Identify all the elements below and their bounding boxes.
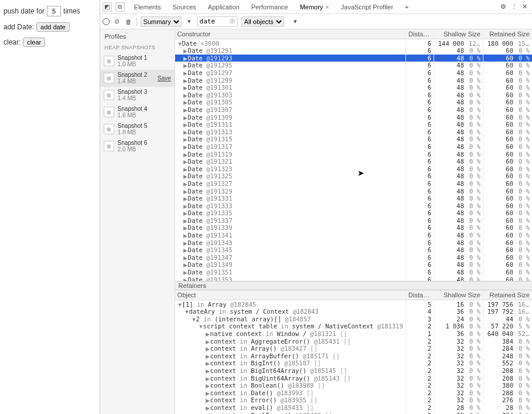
heap-row[interactable]: ▶Date @1913076480 %600 % bbox=[175, 106, 532, 114]
heap-row[interactable]: ▶Date @1912916480 %600 % bbox=[175, 47, 532, 55]
clear-filter-icon[interactable]: ⓧ bbox=[230, 18, 235, 25]
col-object[interactable]: Object bbox=[175, 291, 405, 298]
col-shallow-size[interactable]: Shallow Size bbox=[434, 30, 483, 38]
snapshot-size: 1.0 MB bbox=[118, 61, 148, 67]
heap-row[interactable]: ▶Date @1913196480 %600 % bbox=[175, 150, 532, 158]
heap-row[interactable]: ▶Date @1913116480 %600 % bbox=[175, 121, 532, 128]
clear-all-icon[interactable]: ⊘ bbox=[113, 18, 121, 25]
col-retained-ret[interactable]: Retained Size bbox=[483, 291, 532, 298]
snapshot-item[interactable]: ▦Snapshot 11.0 MB bbox=[100, 53, 175, 70]
retainer-row[interactable]: ▼[1] in Array @1828455160 %197 75616 % bbox=[175, 300, 532, 308]
retainer-row[interactable]: ▶context in Boolean() @183989 []2320 %38… bbox=[175, 382, 532, 389]
toolbar-dropdown-icon[interactable]: ▾ bbox=[291, 18, 299, 25]
devtools-tab-application[interactable]: Application bbox=[202, 0, 245, 14]
heap-row[interactable]: ▶Date @1912936480 %600 % bbox=[175, 55, 532, 62]
col-retained-size[interactable]: Retained Size bbox=[483, 30, 532, 38]
retainer-row[interactable]: ▶context in Date() @183993 []2320 %2880 … bbox=[175, 389, 532, 396]
heap-row[interactable]: ▶Date @1913376480 %600 % bbox=[175, 217, 532, 225]
heap-row[interactable]: ▶Date @1913336480 %600 % bbox=[175, 202, 532, 209]
push-count-input[interactable] bbox=[47, 6, 61, 16]
clear-button[interactable]: clear bbox=[23, 38, 45, 47]
heap-row[interactable]: ▶Date @1913316480 %600 % bbox=[175, 195, 532, 202]
retainer-row[interactable]: ▶context in EvalError() @185429 []2320 %… bbox=[175, 411, 532, 414]
retainers-header[interactable]: Retainers bbox=[175, 281, 532, 290]
heap-row[interactable]: ▶Date @1912956480 %600 % bbox=[175, 62, 532, 69]
devtools-tab-elements[interactable]: Elements bbox=[128, 0, 167, 14]
heap-row[interactable]: ▶Date @1913456480 %600 % bbox=[175, 246, 532, 254]
settings-icon[interactable]: ⚙ bbox=[498, 3, 509, 11]
retainer-row[interactable]: ▶context in Error() @183935 []2320 %2760… bbox=[175, 396, 532, 404]
perspective-select[interactable]: Summary bbox=[141, 16, 182, 27]
devtools-tab-sources[interactable]: Sources bbox=[166, 0, 202, 14]
devtools-tab-performance[interactable]: Performance bbox=[245, 0, 294, 14]
heap-row[interactable]: ▶Date @1913436480 %600 % bbox=[175, 239, 532, 246]
heap-row[interactable]: ▶Date @1913496480 %600 % bbox=[175, 261, 532, 269]
retainer-row[interactable]: ▶context in BigUint64Array() @185143 []2… bbox=[175, 374, 532, 382]
delete-icon[interactable]: 🗑 bbox=[125, 18, 133, 25]
col-constructor[interactable]: Constructor bbox=[175, 30, 405, 38]
snapshot-size: 2.0 MB bbox=[118, 146, 148, 152]
snapshot-thumb-icon: ▦ bbox=[104, 90, 114, 100]
heap-row[interactable]: ▶Date @1913036480 %600 % bbox=[175, 91, 532, 99]
heap-row[interactable]: ▶Date @1913236480 %600 % bbox=[175, 165, 532, 172]
heap-row[interactable]: ▶Date @1913176480 %600 % bbox=[175, 143, 532, 151]
heap-row[interactable]: ▶Date @1913156480 %600 % bbox=[175, 135, 532, 143]
retainer-row[interactable]: ▶context in BigInt() @185187 []2320 %552… bbox=[175, 359, 532, 367]
snapshot-item[interactable]: ▦Snapshot 41.6 MB bbox=[100, 104, 175, 121]
class-filter[interactable]: ⓧ bbox=[197, 16, 238, 27]
heap-row[interactable]: ▶Date @1913416480 %600 % bbox=[175, 232, 532, 239]
col-shallow-ret[interactable]: Shallow Size bbox=[434, 291, 483, 298]
snapshot-item[interactable]: ▦Snapshot 31.4 MB bbox=[100, 87, 175, 104]
retainer-row[interactable]: ▶context in AggregateError() @185431 []2… bbox=[175, 337, 532, 345]
profiles-sidebar: Profiles HEAP SNAPSHOTS ▦Snapshot 11.0 M… bbox=[100, 29, 175, 414]
inspect-icon[interactable]: ◩ bbox=[103, 2, 112, 12]
snapshot-name: Snapshot 1 bbox=[118, 55, 148, 61]
devtools-tab-memory[interactable]: Memory× bbox=[294, 0, 335, 14]
retainer-row[interactable]: ▶context in BigInt64Array() @185145 []23… bbox=[175, 367, 532, 375]
record-icon[interactable] bbox=[103, 18, 110, 25]
heap-row[interactable]: ▶Date @1913056480 %600 % bbox=[175, 99, 532, 106]
snapshot-item[interactable]: ▦Snapshot 21.4 MBSave bbox=[100, 70, 175, 87]
heap-row[interactable]: ▶Date @1913096480 %600 % bbox=[175, 113, 532, 121]
heap-row[interactable]: ▶Date @1912996480 %600 % bbox=[175, 76, 532, 84]
snapshot-thumb-icon: ▦ bbox=[104, 107, 114, 117]
retainer-row[interactable]: ▼script_context_table in system / Native… bbox=[175, 323, 532, 330]
heap-row[interactable]: ▶Date @1913296480 %600 % bbox=[175, 187, 532, 195]
new-tab-button[interactable]: + bbox=[399, 0, 414, 14]
objects-filter-select[interactable]: All objects bbox=[241, 16, 284, 27]
retainer-row[interactable]: ▶context in Array() @183427 []2320 %2840… bbox=[175, 345, 532, 352]
more-icon[interactable]: ⋮ bbox=[509, 3, 519, 11]
clear-label: clear: bbox=[4, 38, 21, 46]
col-distance[interactable]: Distance bbox=[405, 30, 434, 38]
retainer-row[interactable]: ▼dateAry in system / Context @1828434360… bbox=[175, 308, 532, 315]
retainer-row[interactable]: ▶context in ArrayBuffer() @185171 []2320… bbox=[175, 352, 532, 359]
close-tab-icon[interactable]: × bbox=[325, 4, 329, 11]
device-toggle-icon[interactable]: ⧉ bbox=[115, 2, 125, 12]
snapshot-save-link[interactable]: Save bbox=[158, 75, 171, 82]
add-date-button[interactable]: add date bbox=[36, 22, 70, 32]
heap-row[interactable]: ▶Date @1912976480 %600 % bbox=[175, 69, 532, 77]
retainer-row[interactable]: ▶context in eval() @185433 []2280 %280 % bbox=[175, 404, 532, 412]
snapshot-item[interactable]: ▦Snapshot 51.8 MB bbox=[100, 121, 175, 138]
retainer-row[interactable]: ▼2 in (internal array)[] @1848573240 %44… bbox=[175, 315, 532, 323]
heap-row[interactable]: ▶Date @1913216480 %600 % bbox=[175, 158, 532, 165]
heap-row[interactable]: ▶Date @1913136480 %600 % bbox=[175, 128, 532, 135]
devtools-tab-javascript-profiler[interactable]: JavaScript Profiler bbox=[335, 0, 399, 14]
retainer-row[interactable]: ▶native_context in Window / @181321 []13… bbox=[175, 330, 532, 338]
snapshot-name: Snapshot 3 bbox=[118, 89, 148, 95]
col-distance-ret[interactable]: Distance bbox=[405, 291, 434, 298]
heap-row[interactable]: ▼Date ×30006144 00012 %180 00015 % bbox=[175, 39, 532, 47]
heap-row[interactable]: ▶Date @1913396480 %600 % bbox=[175, 224, 532, 232]
heap-row[interactable]: ▶Date @1913256480 %600 % bbox=[175, 172, 532, 180]
heap-row[interactable]: ▶Date @1913356480 %600 % bbox=[175, 209, 532, 217]
page-content: push date for times add Date: add date c… bbox=[0, 0, 100, 414]
heap-row[interactable]: ▶Date @1913536480 %600 % bbox=[175, 276, 532, 281]
heap-row[interactable]: ▶Date @1913276480 %600 % bbox=[175, 180, 532, 188]
heap-row[interactable]: ▶Date @1913476480 %600 % bbox=[175, 254, 532, 262]
class-filter-input[interactable] bbox=[200, 18, 230, 25]
heap-row[interactable]: ▶Date @1913516480 %600 % bbox=[175, 269, 532, 276]
snapshot-item[interactable]: ▦Snapshot 62.0 MB bbox=[100, 138, 175, 155]
close-devtools-icon[interactable]: ✕ bbox=[519, 3, 530, 11]
heap-row[interactable]: ▶Date @1913016480 %600 % bbox=[175, 84, 532, 91]
snapshot-name: Snapshot 4 bbox=[118, 106, 148, 112]
